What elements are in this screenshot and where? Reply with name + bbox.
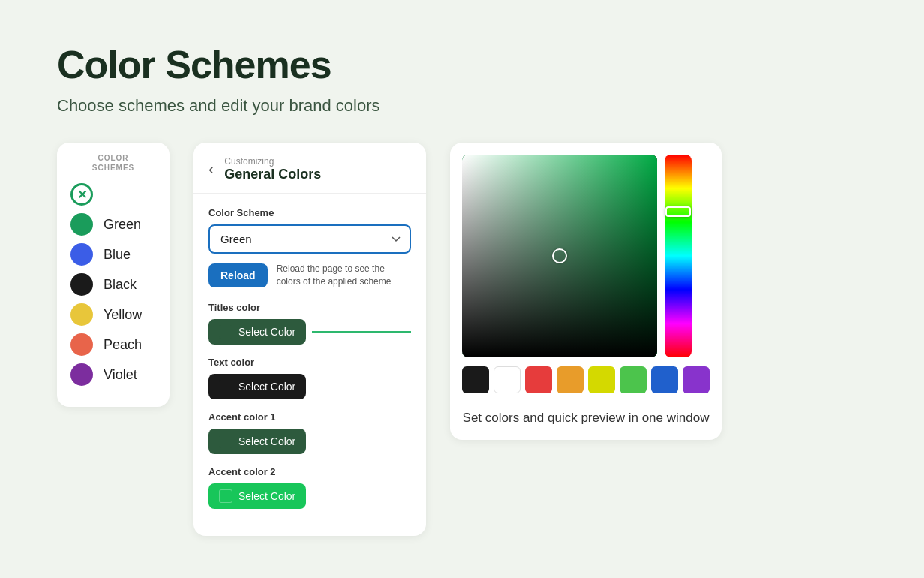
scheme-dot-violet <box>70 363 93 386</box>
swatch-yellow[interactable] <box>588 366 615 393</box>
panel-header: ‹ Customizing General Colors <box>194 143 426 194</box>
scheme-item-black[interactable]: Black <box>70 273 156 296</box>
text-color-row: Select Color <box>208 374 411 399</box>
titles-color-btn-label: Select Color <box>238 326 296 338</box>
gradient-black <box>462 155 657 357</box>
swatch-red[interactable] <box>525 366 552 393</box>
scheme-name-peach: Peach <box>104 337 142 353</box>
page-subtitle: Choose schemes and edit your brand color… <box>57 96 867 116</box>
titles-color-row: Select Color <box>208 319 411 345</box>
accent1-color-label: Accent color 1 <box>208 411 411 423</box>
scheme-name-black: Black <box>104 277 136 293</box>
customizing-label: Customizing <box>224 156 321 167</box>
titles-color-btn[interactable]: Select Color <box>208 319 306 345</box>
scheme-dot-green <box>70 213 93 236</box>
titles-color-label: Titles color <box>208 302 411 313</box>
reload-button[interactable]: Reload <box>208 263 268 287</box>
reload-row: Reload Reload the page to see the colors… <box>208 263 411 288</box>
swatch-green[interactable] <box>620 366 646 393</box>
hue-slider[interactable] <box>664 155 692 357</box>
page-title: Color Schemes <box>57 42 867 87</box>
scheme-dot-x: ✕ <box>70 183 93 206</box>
accent1-color-btn[interactable]: Select Color <box>208 429 306 454</box>
color-picker-main <box>462 155 710 357</box>
titles-color-line <box>312 331 411 333</box>
color-swatches-row <box>462 366 710 393</box>
text-color-swatch <box>219 380 232 393</box>
color-scheme-label: Color Scheme <box>208 207 411 218</box>
reload-desc: Reload the page to see the colors of the… <box>277 263 411 288</box>
scheme-name-violet: Violet <box>104 367 137 383</box>
panel-header-text: Customizing General Colors <box>224 156 321 182</box>
titles-color-swatch <box>219 325 232 339</box>
accent2-color-swatch <box>219 489 232 503</box>
accent1-color-section: Accent color 1 Select Color <box>208 411 411 454</box>
accent2-color-row: Select Color <box>208 483 411 509</box>
swatch-purple[interactable] <box>682 366 710 393</box>
page-wrapper: Color Schemes Choose schemes and edit yo… <box>27 12 897 566</box>
swatch-blue[interactable] <box>651 366 678 393</box>
picker-bottom-text: Set colors and quick preview in one wind… <box>462 408 710 428</box>
scheme-dot-yellow <box>70 303 93 326</box>
text-color-btn[interactable]: Select Color <box>208 374 306 399</box>
scheme-dot-blue <box>70 243 93 266</box>
schemes-sidebar-label: COLORSCHEMES <box>70 153 156 173</box>
scheme-item-peach[interactable]: Peach <box>70 333 156 356</box>
text-color-label: Text color <box>208 357 411 368</box>
text-color-section: Text color Select Color <box>208 357 411 399</box>
scheme-item-selected[interactable]: ✕ <box>70 183 156 206</box>
back-button[interactable]: ‹ <box>208 161 214 178</box>
hue-handle <box>665 206 691 217</box>
scheme-name-yellow: Yellow <box>104 307 142 323</box>
accent1-color-btn-label: Select Color <box>238 435 296 447</box>
accent2-color-section: Accent color 2 Select Color <box>208 466 411 509</box>
scheme-item-green[interactable]: Green <box>70 213 156 236</box>
accent2-color-btn-label: Select Color <box>238 490 296 502</box>
main-content: COLORSCHEMES ✕ Green Blue Black <box>57 143 867 536</box>
swatch-black[interactable] <box>462 366 489 393</box>
accent2-color-label: Accent color 2 <box>208 466 411 477</box>
scheme-item-yellow[interactable]: Yellow <box>70 303 156 326</box>
scheme-item-blue[interactable]: Blue <box>70 243 156 266</box>
swatch-white[interactable] <box>494 366 520 393</box>
scheme-name-blue: Blue <box>104 247 130 263</box>
color-scheme-select[interactable]: Green Blue Black Yellow Peach Violet <box>208 224 411 254</box>
titles-color-section: Titles color Select Color <box>208 302 411 345</box>
color-picker-panel: Set colors and quick preview in one wind… <box>450 143 722 440</box>
scheme-dot-peach <box>70 333 93 356</box>
color-gradient[interactable] <box>462 155 657 357</box>
accent1-color-swatch <box>219 435 232 448</box>
panel-body: Color Scheme Green Blue Black Yellow Pea… <box>194 194 426 536</box>
schemes-sidebar: COLORSCHEMES ✕ Green Blue Black <box>57 143 170 407</box>
scheme-item-violet[interactable]: Violet <box>70 363 156 386</box>
accent1-color-row: Select Color <box>208 429 411 454</box>
text-color-btn-label: Select Color <box>238 381 296 393</box>
panel-title: General Colors <box>224 167 321 182</box>
swatch-orange[interactable] <box>556 366 584 393</box>
scheme-name-green: Green <box>104 217 141 233</box>
scheme-dot-black <box>70 273 93 296</box>
customize-panel: ‹ Customizing General Colors Color Schem… <box>194 143 426 536</box>
accent2-color-btn[interactable]: Select Color <box>208 483 306 509</box>
